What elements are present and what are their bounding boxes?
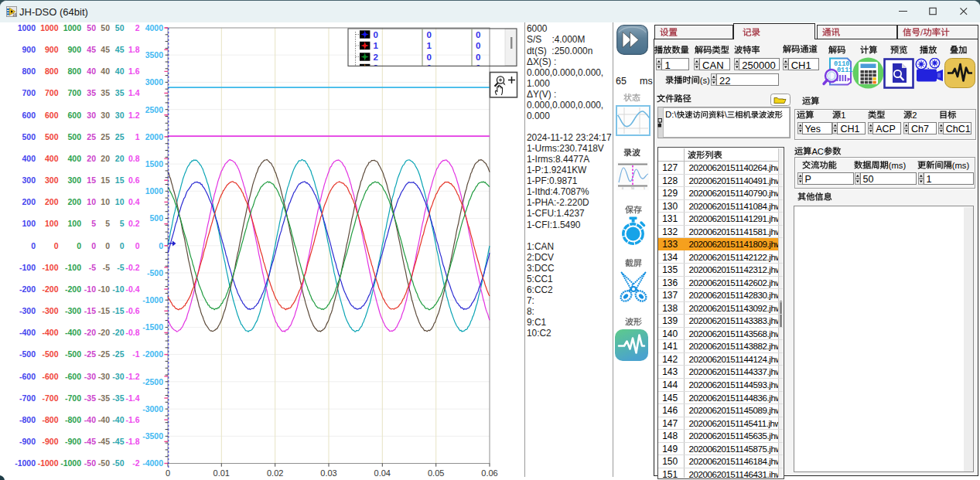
svg-text:-45: -45	[84, 437, 96, 446]
svg-text:-200: -200	[42, 284, 58, 294]
svg-text:0.04: 0.04	[374, 468, 391, 478]
svg-text:-1000: -1000	[38, 458, 59, 468]
svg-text:0: 0	[476, 53, 480, 62]
svg-text:0: 0	[427, 53, 432, 62]
svg-text:20: 20	[101, 154, 110, 163]
svg-text:0: 0	[427, 30, 432, 39]
svg-text:-700: -700	[19, 393, 36, 403]
svg-text:700: 700	[22, 88, 36, 97]
svg-text:-400: -400	[42, 328, 58, 337]
svg-text:0.2: 0.2	[128, 219, 140, 228]
svg-text:15: 15	[87, 175, 96, 185]
svg-text:-100: -100	[42, 263, 58, 272]
svg-text:-30: -30	[84, 372, 96, 381]
svg-text:0: 0	[54, 241, 59, 250]
svg-text:900: 900	[45, 45, 59, 54]
svg-text:-15: -15	[98, 306, 110, 315]
svg-text:-45: -45	[98, 437, 110, 446]
svg-text:45: 45	[115, 45, 125, 54]
svg-text:-40: -40	[98, 415, 110, 424]
svg-text:0111: 0111	[837, 66, 852, 74]
svg-text:-500: -500	[65, 349, 81, 359]
svg-text:1.6: 1.6	[128, 66, 140, 76]
svg-text:-5: -5	[117, 263, 124, 272]
svg-text:-1500: -1500	[142, 322, 163, 332]
svg-text:-1000: -1000	[60, 458, 81, 468]
svg-text:500: 500	[45, 132, 59, 141]
svg-text:16: 16	[12, 13, 17, 17]
svg-text:800: 800	[45, 66, 59, 76]
svg-text:0: 0	[159, 241, 163, 250]
svg-text:-0.2: -0.2	[125, 263, 139, 272]
svg-text:2500: 2500	[145, 105, 164, 114]
svg-text:20: 20	[87, 154, 96, 163]
svg-text:600: 600	[22, 111, 36, 120]
svg-text:-4000: -4000	[142, 458, 163, 468]
svg-text:\: \	[724, 109, 727, 119]
svg-text:200: 200	[45, 197, 59, 206]
svg-text:2: 2	[912, 111, 917, 120]
svg-text:10: 10	[101, 197, 110, 206]
svg-text:0: 0	[476, 63, 480, 73]
svg-text:-200: -200	[65, 284, 81, 294]
svg-text:-10: -10	[112, 284, 124, 294]
svg-text:AC: AC	[811, 147, 824, 156]
svg-text:0: 0	[476, 30, 480, 39]
svg-text:-300: -300	[19, 306, 36, 315]
svg-text:-3500: -3500	[142, 431, 163, 441]
svg-text:-20: -20	[98, 328, 110, 337]
svg-text:0: 0	[427, 63, 432, 73]
svg-text:-30: -30	[112, 372, 124, 381]
svg-text:-300: -300	[65, 306, 81, 315]
svg-text:45: 45	[101, 45, 110, 54]
svg-text:1: 1	[841, 111, 845, 120]
svg-text:15: 15	[101, 175, 110, 185]
svg-text:700: 700	[67, 88, 81, 97]
svg-text:0: 0	[105, 241, 110, 250]
svg-text:0: 0	[120, 241, 125, 250]
svg-text:-20: -20	[84, 328, 96, 337]
svg-text:400: 400	[45, 154, 59, 163]
svg-text:-1.8: -1.8	[125, 437, 139, 446]
svg-text:0: 0	[31, 241, 36, 250]
svg-text:-25: -25	[112, 349, 124, 359]
svg-text:-45: -45	[112, 437, 124, 446]
svg-text:-25: -25	[98, 349, 110, 359]
svg-text:25: 25	[87, 132, 96, 141]
svg-text:1.8: 1.8	[128, 45, 140, 54]
svg-text:800: 800	[22, 66, 36, 76]
svg-text:1.4: 1.4	[128, 88, 140, 97]
svg-text:-500: -500	[19, 349, 36, 359]
svg-text:-50: -50	[84, 458, 96, 468]
svg-text:0.06: 0.06	[481, 468, 497, 478]
svg-text:/: /	[920, 28, 924, 37]
svg-text:50: 50	[101, 23, 110, 32]
svg-text:-500: -500	[147, 268, 163, 277]
svg-text:100: 100	[45, 219, 59, 228]
svg-text:-100: -100	[19, 263, 36, 272]
svg-text:-400: -400	[65, 328, 81, 337]
svg-text:-500: -500	[42, 349, 58, 359]
svg-text:45: 45	[87, 45, 96, 54]
svg-text:1.2: 1.2	[128, 111, 140, 120]
svg-text:1: 1	[374, 41, 379, 50]
svg-text:-10: -10	[84, 284, 96, 294]
svg-text:0.6: 0.6	[128, 175, 140, 185]
svg-text:-700: -700	[42, 393, 58, 403]
svg-text:0: 0	[91, 241, 96, 250]
svg-text:-30: -30	[98, 372, 110, 381]
svg-text:-1: -1	[132, 349, 139, 359]
svg-text:-50: -50	[98, 458, 110, 468]
svg-text:100: 100	[22, 219, 36, 228]
svg-text:1000: 1000	[40, 23, 59, 32]
svg-text:-40: -40	[84, 415, 96, 424]
svg-text:5: 5	[120, 219, 125, 228]
svg-text:-200: -200	[19, 284, 36, 294]
svg-text:300: 300	[45, 175, 59, 185]
svg-text:-900: -900	[65, 437, 81, 446]
svg-text:30: 30	[115, 111, 125, 120]
svg-text:-5: -5	[103, 263, 110, 272]
svg-text:-35: -35	[98, 393, 110, 403]
svg-text:40: 40	[115, 66, 125, 76]
svg-text:30: 30	[101, 111, 110, 120]
